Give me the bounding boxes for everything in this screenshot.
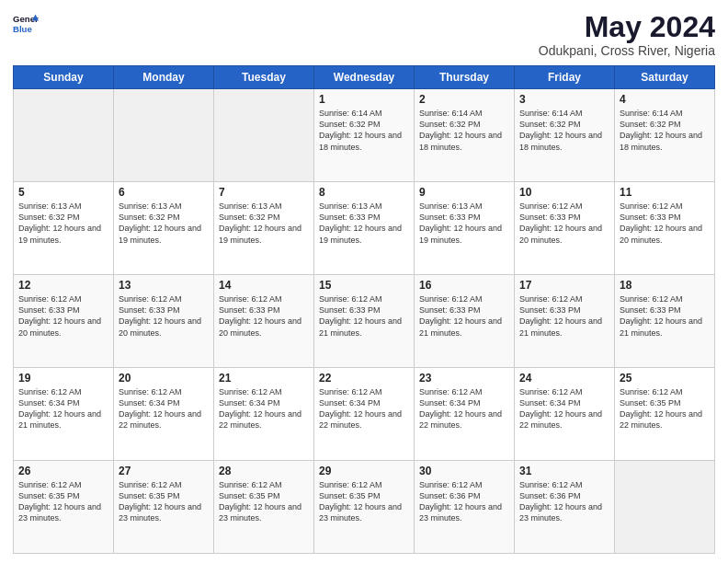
- cell-info: Sunrise: 6:12 AM Sunset: 6:33 PM Dayligh…: [119, 293, 209, 339]
- page: General Blue May 2024 Odukpani, Cross Ri…: [0, 0, 728, 563]
- cell-info: Sunrise: 6:12 AM Sunset: 6:34 PM Dayligh…: [219, 386, 309, 431]
- day-number: 7: [219, 186, 309, 199]
- cell-info: Sunrise: 6:12 AM Sunset: 6:36 PM Dayligh…: [519, 479, 609, 524]
- cell-info: Sunrise: 6:12 AM Sunset: 6:35 PM Dayligh…: [219, 479, 309, 524]
- calendar-cell: [214, 89, 314, 182]
- day-number: 9: [419, 186, 509, 199]
- calendar-cell: 25Sunrise: 6:12 AM Sunset: 6:35 PM Dayli…: [615, 368, 715, 461]
- day-number: 17: [519, 279, 609, 292]
- cell-info: Sunrise: 6:14 AM Sunset: 6:32 PM Dayligh…: [319, 108, 409, 153]
- calendar-table: SundayMondayTuesdayWednesdayThursdayFrid…: [13, 65, 715, 554]
- calendar-cell: 12Sunrise: 6:12 AM Sunset: 6:33 PM Dayli…: [14, 275, 114, 368]
- svg-text:Blue: Blue: [13, 24, 32, 34]
- day-header-saturday: Saturday: [615, 66, 715, 89]
- calendar-cell: 24Sunrise: 6:12 AM Sunset: 6:34 PM Dayli…: [515, 368, 615, 461]
- calendar-week-row: 1Sunrise: 6:14 AM Sunset: 6:32 PM Daylig…: [14, 89, 715, 182]
- day-number: 14: [219, 279, 309, 292]
- cell-info: Sunrise: 6:12 AM Sunset: 6:33 PM Dayligh…: [519, 293, 609, 339]
- cell-info: Sunrise: 6:12 AM Sunset: 6:33 PM Dayligh…: [18, 293, 108, 339]
- cell-info: Sunrise: 6:13 AM Sunset: 6:32 PM Dayligh…: [18, 201, 108, 246]
- calendar-cell: 18Sunrise: 6:12 AM Sunset: 6:33 PM Dayli…: [615, 275, 715, 368]
- calendar-cell: [615, 461, 715, 554]
- cell-info: Sunrise: 6:13 AM Sunset: 6:32 PM Dayligh…: [119, 201, 209, 246]
- calendar-cell: 8Sunrise: 6:13 AM Sunset: 6:33 PM Daylig…: [314, 182, 415, 275]
- day-number: 22: [319, 372, 409, 385]
- day-number: 24: [519, 372, 609, 385]
- day-number: 5: [18, 186, 108, 199]
- cell-info: Sunrise: 6:13 AM Sunset: 6:33 PM Dayligh…: [319, 201, 409, 246]
- calendar-cell: 13Sunrise: 6:12 AM Sunset: 6:33 PM Dayli…: [114, 275, 214, 368]
- day-number: 16: [419, 279, 509, 292]
- calendar-cell: 20Sunrise: 6:12 AM Sunset: 6:34 PM Dayli…: [114, 368, 214, 461]
- cell-info: Sunrise: 6:12 AM Sunset: 6:35 PM Dayligh…: [620, 386, 710, 431]
- calendar-cell: 26Sunrise: 6:12 AM Sunset: 6:35 PM Dayli…: [14, 461, 114, 554]
- day-number: 4: [620, 93, 710, 106]
- calendar-week-row: 26Sunrise: 6:12 AM Sunset: 6:35 PM Dayli…: [14, 461, 715, 554]
- day-number: 11: [620, 186, 710, 199]
- calendar-cell: 7Sunrise: 6:13 AM Sunset: 6:32 PM Daylig…: [214, 182, 314, 275]
- calendar-cell: 22Sunrise: 6:12 AM Sunset: 6:34 PM Dayli…: [314, 368, 415, 461]
- cell-info: Sunrise: 6:13 AM Sunset: 6:33 PM Dayligh…: [419, 201, 509, 246]
- cell-info: Sunrise: 6:12 AM Sunset: 6:33 PM Dayligh…: [620, 293, 710, 339]
- day-number: 2: [419, 93, 509, 106]
- day-number: 30: [419, 465, 509, 477]
- day-header-wednesday: Wednesday: [314, 66, 415, 89]
- title-block: May 2024 Odukpani, Cross River, Nigeria: [539, 11, 715, 58]
- calendar-week-row: 19Sunrise: 6:12 AM Sunset: 6:34 PM Dayli…: [14, 368, 715, 461]
- month-title: May 2024: [539, 11, 715, 43]
- cell-info: Sunrise: 6:12 AM Sunset: 6:35 PM Dayligh…: [18, 479, 108, 524]
- header: General Blue May 2024 Odukpani, Cross Ri…: [13, 11, 715, 58]
- cell-info: Sunrise: 6:14 AM Sunset: 6:32 PM Dayligh…: [419, 108, 509, 153]
- cell-info: Sunrise: 6:12 AM Sunset: 6:33 PM Dayligh…: [620, 201, 710, 246]
- calendar-cell: 19Sunrise: 6:12 AM Sunset: 6:34 PM Dayli…: [14, 368, 114, 461]
- calendar-cell: 27Sunrise: 6:12 AM Sunset: 6:35 PM Dayli…: [114, 461, 214, 554]
- calendar-cell: 9Sunrise: 6:13 AM Sunset: 6:33 PM Daylig…: [415, 182, 515, 275]
- day-number: 10: [519, 186, 609, 199]
- calendar-cell: 6Sunrise: 6:13 AM Sunset: 6:32 PM Daylig…: [114, 182, 214, 275]
- calendar-cell: 14Sunrise: 6:12 AM Sunset: 6:33 PM Dayli…: [214, 275, 314, 368]
- calendar-cell: 29Sunrise: 6:12 AM Sunset: 6:35 PM Dayli…: [314, 461, 415, 554]
- cell-info: Sunrise: 6:12 AM Sunset: 6:33 PM Dayligh…: [319, 293, 409, 339]
- day-header-monday: Monday: [114, 66, 214, 89]
- calendar-week-row: 5Sunrise: 6:13 AM Sunset: 6:32 PM Daylig…: [14, 182, 715, 275]
- day-number: 29: [319, 465, 409, 477]
- logo: General Blue: [13, 11, 39, 37]
- calendar-cell: 15Sunrise: 6:12 AM Sunset: 6:33 PM Dayli…: [314, 275, 415, 368]
- day-number: 13: [119, 279, 209, 292]
- calendar-cell: 11Sunrise: 6:12 AM Sunset: 6:33 PM Dayli…: [615, 182, 715, 275]
- logo-icon: General Blue: [13, 11, 39, 37]
- calendar-header-row: SundayMondayTuesdayWednesdayThursdayFrid…: [14, 66, 715, 89]
- calendar-cell: 3Sunrise: 6:14 AM Sunset: 6:32 PM Daylig…: [515, 89, 615, 182]
- day-header-thursday: Thursday: [415, 66, 515, 89]
- calendar-cell: 31Sunrise: 6:12 AM Sunset: 6:36 PM Dayli…: [515, 461, 615, 554]
- location: Odukpani, Cross River, Nigeria: [539, 43, 715, 58]
- day-number: 23: [419, 372, 509, 385]
- day-number: 8: [319, 186, 409, 199]
- day-number: 18: [620, 279, 710, 292]
- cell-info: Sunrise: 6:12 AM Sunset: 6:35 PM Dayligh…: [319, 479, 409, 524]
- day-number: 15: [319, 279, 409, 292]
- cell-info: Sunrise: 6:12 AM Sunset: 6:36 PM Dayligh…: [419, 479, 509, 524]
- cell-info: Sunrise: 6:13 AM Sunset: 6:32 PM Dayligh…: [219, 201, 309, 246]
- day-number: 6: [119, 186, 209, 199]
- calendar-cell: 23Sunrise: 6:12 AM Sunset: 6:34 PM Dayli…: [415, 368, 515, 461]
- day-number: 26: [18, 465, 108, 477]
- day-number: 1: [319, 93, 409, 106]
- calendar-cell: 4Sunrise: 6:14 AM Sunset: 6:32 PM Daylig…: [615, 89, 715, 182]
- day-number: 28: [219, 465, 309, 477]
- day-header-tuesday: Tuesday: [214, 66, 314, 89]
- day-number: 31: [519, 465, 609, 477]
- day-number: 21: [219, 372, 309, 385]
- cell-info: Sunrise: 6:12 AM Sunset: 6:33 PM Dayligh…: [519, 201, 609, 246]
- calendar-cell: 30Sunrise: 6:12 AM Sunset: 6:36 PM Dayli…: [415, 461, 515, 554]
- calendar-cell: 16Sunrise: 6:12 AM Sunset: 6:33 PM Dayli…: [415, 275, 515, 368]
- calendar-cell: 2Sunrise: 6:14 AM Sunset: 6:32 PM Daylig…: [415, 89, 515, 182]
- day-number: 19: [18, 372, 108, 385]
- day-number: 3: [519, 93, 609, 106]
- day-number: 27: [119, 465, 209, 477]
- calendar-cell: 10Sunrise: 6:12 AM Sunset: 6:33 PM Dayli…: [515, 182, 615, 275]
- day-number: 25: [620, 372, 710, 385]
- cell-info: Sunrise: 6:14 AM Sunset: 6:32 PM Dayligh…: [620, 108, 710, 153]
- calendar-cell: [114, 89, 214, 182]
- day-header-friday: Friday: [515, 66, 615, 89]
